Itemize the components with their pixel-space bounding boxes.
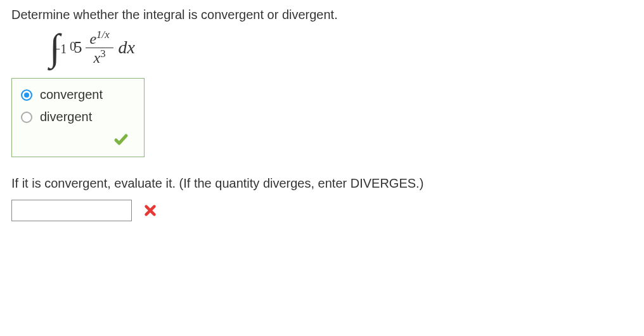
grading-mark	[143, 204, 157, 217]
differential: dx	[119, 37, 135, 58]
grading-mark	[21, 132, 132, 150]
multiple-choice-box: convergent divergent	[11, 78, 145, 157]
answer-input[interactable]	[11, 200, 132, 221]
radio-icon	[21, 112, 32, 123]
cross-icon	[143, 204, 157, 217]
followup-prompt: If it is convergent, evaluate it. (If th…	[11, 176, 633, 191]
integrand-fraction: e1/x x3	[86, 29, 113, 66]
num-base: e	[89, 30, 96, 47]
checkmark-icon	[113, 132, 129, 147]
denominator: x3	[90, 48, 110, 66]
numerator: e1/x	[86, 29, 113, 48]
radio-option-divergent[interactable]: divergent	[21, 110, 132, 124]
radio-label: convergent	[40, 87, 103, 102]
integral-sign: ∫ 0 −1	[49, 29, 60, 67]
num-exp: 1/x	[96, 29, 110, 41]
question-prompt: Determine whether the integral is conver…	[11, 8, 633, 22]
radio-option-convergent[interactable]: convergent	[21, 87, 132, 102]
upper-limit: 0	[70, 27, 76, 65]
den-base: x	[94, 49, 101, 66]
answer-input-row	[11, 200, 633, 221]
lower-limit: −1	[53, 30, 67, 68]
den-exp: 3	[100, 48, 105, 60]
integral-expression: ∫ 0 −1 5 e1/x x3 dx	[49, 29, 633, 67]
radio-label: divergent	[40, 110, 92, 124]
radio-icon	[21, 89, 32, 101]
